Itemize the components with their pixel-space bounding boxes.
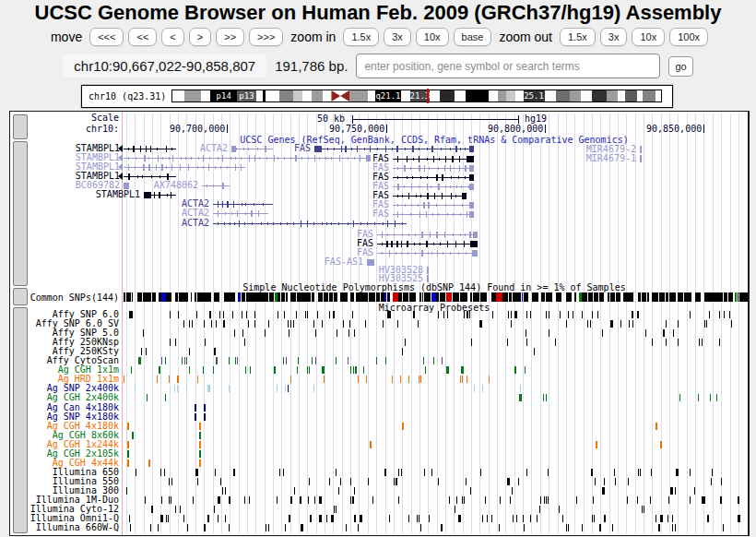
probe-tick bbox=[250, 366, 251, 374]
gene-arrow bbox=[351, 148, 352, 150]
probe-tick bbox=[216, 320, 217, 328]
probe-tick bbox=[189, 348, 190, 355]
chromosome-ideogram[interactable]: chr10 (q23.31) p14p13q21.121.325.1 bbox=[81, 85, 673, 108]
zoom-out-button-3[interactable]: 100x bbox=[669, 28, 708, 46]
zoom-in-button-3[interactable]: base bbox=[454, 28, 492, 46]
go-button[interactable]: go bbox=[668, 56, 692, 77]
gene-exon bbox=[438, 184, 440, 190]
gene-exon bbox=[467, 211, 467, 218]
probe-tick bbox=[354, 515, 357, 522]
probe-tick bbox=[360, 515, 362, 522]
probe-tick bbox=[431, 469, 432, 476]
snp-segment bbox=[594, 292, 598, 302]
gridline bbox=[669, 113, 670, 534]
move-button-4[interactable]: >> bbox=[216, 28, 244, 46]
gene-arrow bbox=[445, 185, 446, 188]
gene-exon bbox=[227, 201, 229, 208]
zoom-in-button-0[interactable]: 1.5x bbox=[343, 28, 379, 46]
probe-tick bbox=[711, 478, 712, 485]
gene-exon bbox=[445, 156, 446, 162]
zoom-in-label: zoom in bbox=[290, 30, 336, 44]
gene-arrow bbox=[454, 204, 455, 207]
probe-tick bbox=[204, 413, 206, 421]
zoom-out-button-1[interactable]: 3x bbox=[600, 28, 628, 46]
gene-arrow bbox=[455, 195, 456, 197]
probe-tick bbox=[349, 320, 350, 328]
gene-arrow bbox=[382, 243, 383, 245]
zoom-in-button-2[interactable]: 10x bbox=[416, 28, 449, 46]
move-button-2[interactable]: < bbox=[161, 28, 183, 46]
track-config-button-1[interactable] bbox=[13, 141, 28, 286]
probe-tick bbox=[127, 450, 129, 458]
probe-tick bbox=[500, 496, 501, 504]
probe-tick bbox=[720, 496, 723, 504]
probe-tick bbox=[510, 496, 511, 504]
probe-tick bbox=[443, 311, 444, 318]
gene-start-box bbox=[314, 146, 322, 152]
gene-arrow bbox=[450, 148, 451, 150]
gene-arrow bbox=[453, 233, 454, 236]
gene-end-box bbox=[469, 146, 474, 152]
move-label: move bbox=[51, 30, 82, 44]
probe-tick bbox=[425, 366, 426, 374]
probe-tick bbox=[336, 469, 337, 476]
probe-tick bbox=[213, 366, 214, 374]
probe-tick bbox=[277, 496, 278, 504]
snp-segment bbox=[356, 292, 361, 302]
gene-arrow bbox=[207, 185, 207, 187]
zoom-out-button-0[interactable]: 1.5x bbox=[560, 28, 596, 46]
probe-tick bbox=[329, 311, 330, 318]
chromosome-band bbox=[643, 90, 656, 101]
probe-tick bbox=[315, 329, 316, 337]
ideogram-bar[interactable]: p14p13q21.121.325.1 bbox=[171, 90, 662, 102]
probe-tick bbox=[290, 320, 291, 328]
probe-tick bbox=[582, 311, 583, 318]
gridline bbox=[255, 113, 256, 534]
gene-arrow bbox=[450, 252, 451, 255]
gene-arrow bbox=[461, 185, 462, 188]
gene-exon bbox=[353, 221, 354, 227]
track-config-button-3[interactable] bbox=[13, 307, 28, 533]
probe-tick bbox=[400, 376, 401, 383]
gene-arrow bbox=[431, 252, 432, 255]
gene-arrow bbox=[414, 243, 415, 245]
snp-segment bbox=[453, 292, 459, 302]
gene-arrow bbox=[225, 212, 226, 215]
gene-end-box bbox=[469, 165, 474, 172]
move-button-1[interactable]: << bbox=[128, 28, 157, 46]
gene-exon bbox=[171, 192, 171, 198]
probe-tick bbox=[678, 320, 679, 328]
move-button-3[interactable]: > bbox=[189, 28, 211, 46]
probe-tick bbox=[548, 496, 549, 504]
probe-tick bbox=[637, 496, 638, 504]
genome-browser-image[interactable]: Scale50 kbhg19chr10:90,700,00090,750,000… bbox=[9, 111, 750, 536]
zoom-out-button-2[interactable]: 10x bbox=[632, 28, 665, 46]
probe-tick bbox=[566, 524, 567, 531]
chromosome-band bbox=[302, 90, 311, 101]
probe-tick bbox=[656, 515, 656, 522]
probe-tick bbox=[690, 469, 691, 476]
snp-segment bbox=[286, 292, 288, 302]
probe-tick bbox=[205, 339, 206, 346]
gene-exon bbox=[144, 155, 146, 161]
snp-segment bbox=[191, 292, 193, 302]
probe-tick bbox=[197, 376, 198, 383]
gridline bbox=[713, 113, 714, 534]
gene-arrow bbox=[429, 167, 430, 170]
chromosome-band bbox=[545, 90, 557, 101]
probe-tick bbox=[594, 515, 595, 522]
gene-arrow bbox=[137, 175, 138, 178]
probe-tick bbox=[372, 496, 373, 504]
probe-tick bbox=[699, 339, 700, 346]
move-button-0[interactable]: <<< bbox=[89, 28, 124, 46]
track-config-button-0[interactable] bbox=[13, 114, 28, 139]
zoom-in-button-1[interactable]: 3x bbox=[384, 28, 411, 46]
track-config-button-2[interactable] bbox=[13, 288, 28, 305]
probe-tick bbox=[537, 515, 537, 522]
probe-tick bbox=[129, 515, 130, 522]
gene-arrow bbox=[410, 213, 411, 216]
gridline bbox=[558, 113, 559, 534]
search-input[interactable] bbox=[356, 54, 660, 78]
move-button-5[interactable]: >>> bbox=[249, 28, 283, 46]
gene-exon bbox=[382, 232, 383, 238]
